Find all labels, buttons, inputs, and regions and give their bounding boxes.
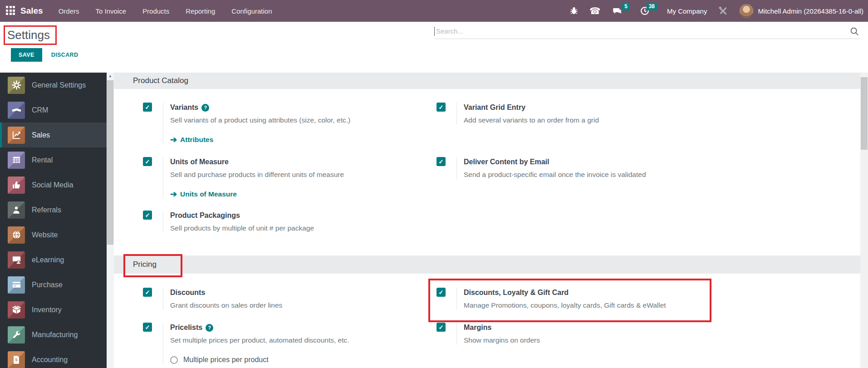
selected-indicator (0, 123, 2, 147)
button-row: SAVE DISCARD (11, 48, 78, 62)
setting-label: Margins (464, 323, 491, 333)
discounts-checkbox[interactable]: ✓ (143, 288, 152, 297)
handshake-icon (8, 102, 25, 119)
search-icon[interactable] (849, 26, 859, 36)
sidebar-item-referrals[interactable]: Referrals (0, 197, 107, 222)
setting-description: Grant discounts on sales order lines (170, 300, 282, 310)
units-of-measure-link[interactable]: ➔ Units of Measure (170, 190, 344, 198)
setting-description: Sell variants of a product using attribu… (170, 115, 350, 125)
deliver-email-checkbox[interactable]: ✓ (436, 157, 446, 166)
messages-icon[interactable]: 5 (612, 6, 623, 16)
save-button[interactable]: SAVE (11, 48, 42, 62)
sidebar-item-manufacturing[interactable]: Manufacturing (0, 322, 107, 347)
arrow-right-icon: ➔ (170, 136, 177, 143)
margins-checkbox[interactable]: ✓ (436, 323, 446, 332)
scroll-up-arrow-icon[interactable]: ▲ (107, 73, 114, 80)
setting-label: Discounts, Loyalty & Gift Card (464, 288, 569, 298)
discard-button[interactable]: DISCARD (51, 52, 78, 58)
setting-units-of-measure: ✓ Units of Measure Sell and purchase pro… (143, 157, 399, 198)
sidebar-item-social-media[interactable]: Social Media (0, 172, 107, 197)
developer-tools-icon[interactable] (718, 5, 729, 16)
radio-multiple-prices[interactable]: Multiple prices per product (170, 356, 349, 364)
setting-label: Variant Grid Entry (464, 103, 525, 113)
section-title: Pricing (114, 260, 157, 269)
uom-checkbox[interactable]: ✓ (143, 157, 152, 166)
setting-label: Product Packagings (170, 211, 240, 221)
sidebar-item-rental[interactable]: Rental (0, 147, 107, 172)
search-input[interactable]: Search... (434, 24, 860, 39)
messages-badge: 5 (622, 3, 630, 10)
help-icon[interactable]: ? (206, 324, 213, 332)
setting-variants: ✓ Variants ? Sell variants of a product … (143, 103, 399, 144)
user-avatar[interactable] (740, 4, 753, 18)
setting-label: Discounts (170, 288, 205, 298)
person-icon (8, 201, 25, 219)
attributes-link[interactable]: ➔ Attributes (170, 136, 350, 144)
sidebar-scrollbar[interactable]: ▲ (107, 73, 114, 368)
menu-reporting[interactable]: Reporting (186, 7, 215, 15)
sidebar-item-purchase[interactable]: Purchase (0, 272, 107, 297)
box-icon (8, 301, 25, 319)
menu-orders[interactable]: Orders (59, 7, 79, 15)
company-switcher[interactable]: My Company (667, 7, 707, 15)
sidebar-item-website[interactable]: Website (0, 222, 107, 247)
setting-description: Set multiple prices per product, automat… (170, 335, 349, 345)
bug-icon[interactable] (569, 6, 579, 15)
setting-label: Units of Measure (170, 157, 229, 167)
spreadsheet-icon (8, 152, 25, 169)
sidebar-item-inventory[interactable]: Inventory (0, 297, 107, 322)
apps-grid-icon[interactable] (6, 6, 16, 16)
setting-description: Manage Promotions, coupons, loyalty card… (464, 300, 666, 310)
setting-label: Variants (170, 103, 198, 113)
variant-grid-checkbox[interactable]: ✓ (436, 103, 446, 112)
variants-checkbox[interactable]: ✓ (143, 103, 152, 112)
sidebar-scrollbar-thumb[interactable] (107, 80, 113, 245)
page-scrollbar[interactable] (860, 73, 868, 368)
setting-description: Sell products by multiple of unit # per … (170, 223, 314, 233)
help-icon[interactable]: ? (201, 104, 209, 112)
presentation-icon (8, 251, 25, 269)
credit-card-icon (8, 276, 25, 294)
user-name[interactable]: Mitchell Admin (20264385-16-0-all) (758, 7, 863, 15)
activities-badge: 38 (647, 3, 657, 10)
activities-clock-icon[interactable]: 38 (640, 6, 650, 16)
settings-sidebar: General Settings CRM Sales (0, 73, 107, 368)
page-scrollbar-thumb[interactable] (861, 77, 868, 150)
globe-icon (8, 226, 25, 244)
invoice-icon: $ (8, 351, 25, 368)
main-menu: Orders To Invoice Products Reporting Con… (59, 7, 272, 15)
sidebar-item-crm[interactable]: CRM (0, 98, 107, 123)
top-navbar: Sales Orders To Invoice Products Reporti… (0, 0, 868, 22)
setting-discounts-loyalty-gift-card: ✓ Discounts, Loyalty & Gift Card Manage … (436, 288, 693, 310)
search-placeholder: Search... (435, 27, 849, 35)
phone-icon[interactable]: ☎ (589, 6, 601, 15)
loyalty-checkbox[interactable]: ✓ (436, 288, 446, 297)
menu-configuration[interactable]: Configuration (231, 7, 272, 15)
setting-label: Deliver Content by Email (464, 157, 549, 167)
radio-button[interactable] (170, 356, 178, 364)
wrench-icon (8, 326, 25, 343)
sidebar-item-accounting[interactable]: $ Accounting (0, 347, 107, 368)
sidebar-item-sales[interactable]: Sales (0, 123, 107, 147)
section-product-catalog: Product Catalog (114, 73, 860, 89)
setting-product-packagings: ✓ Product Packagings Sell products by mu… (143, 211, 399, 233)
setting-pricelists: ✓ Pricelists ? Set multiple prices per p… (143, 323, 399, 364)
sales-chart-icon (8, 127, 25, 144)
setting-description: Show margins on orders (464, 335, 540, 345)
menu-products[interactable]: Products (142, 7, 169, 15)
setting-discounts: ✓ Discounts Grant discounts on sales ord… (143, 288, 399, 310)
sidebar-item-elearning[interactable]: eLearning (0, 247, 107, 272)
pricelists-checkbox[interactable]: ✓ (143, 323, 152, 332)
app-name[interactable]: Sales (20, 6, 43, 16)
menu-to-invoice[interactable]: To Invoice (96, 7, 127, 15)
setting-margins: ✓ Margins Show margins on orders (436, 323, 693, 345)
setting-deliver-content-email: ✓ Deliver Content by Email Send a produc… (436, 157, 693, 179)
setting-description: Sell and purchase products in different … (170, 170, 344, 179)
setting-description: Add several variants to an order from a … (464, 115, 599, 125)
setting-label: Pricelists (170, 323, 202, 333)
page-title: Settings (7, 28, 50, 42)
gear-icon (8, 77, 25, 94)
sidebar-item-general-settings[interactable]: General Settings (0, 73, 107, 98)
navbar-right: ☎ 5 38 My Company Mitchell Admin (2 (569, 0, 863, 22)
packagings-checkbox[interactable]: ✓ (143, 211, 152, 220)
